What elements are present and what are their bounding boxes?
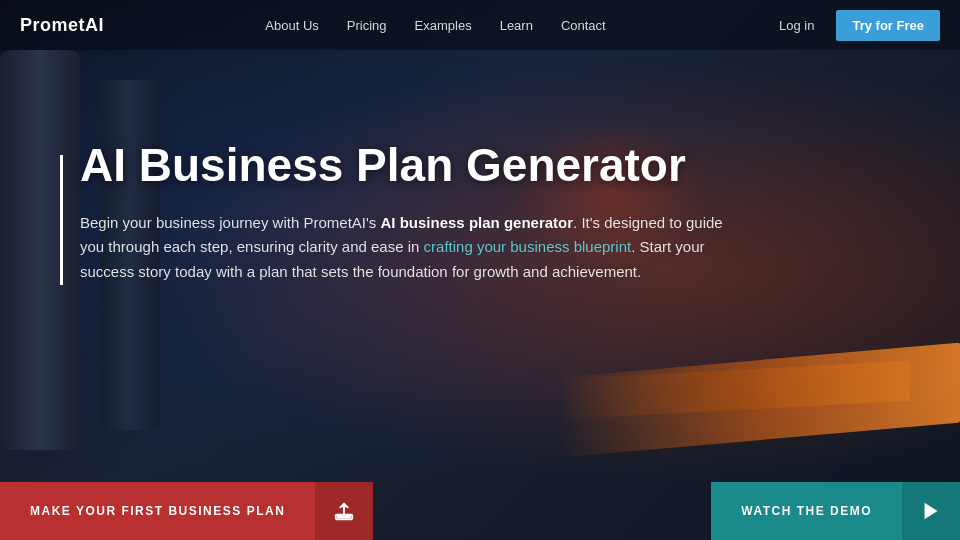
hero-title: AI Business Plan Generator [80,140,740,191]
upload-icon [333,500,355,522]
nav-link-examples[interactable]: Examples [415,18,472,33]
cta-right-container: WATCH THE DEMO [711,482,960,540]
bottom-cta-bar: MAKE YOUR FIRST BUSINESS PLAN WATCH THE … [0,482,960,540]
make-plan-icon[interactable] [315,482,373,540]
nav-actions: Log in Try for Free [767,10,940,41]
svg-marker-2 [925,503,938,520]
hero-content: AI Business Plan Generator Begin your bu… [80,140,740,285]
hero-desc-bold: AI business plan generator [381,214,574,231]
cta-spacer [373,482,711,540]
brand-logo: PrometAI [20,15,104,36]
hero-desc-part1: Begin your business journey with PrometA… [80,214,381,231]
make-plan-button[interactable]: MAKE YOUR FIRST BUSINESS PLAN [0,482,315,540]
bg-cylinder-left [0,50,80,450]
hero-desc-link[interactable]: crafting your business blueprint [424,238,632,255]
nav-links: About Us Pricing Examples Learn Contact [265,16,605,34]
navbar: PrometAI About Us Pricing Examples Learn… [0,0,960,50]
watch-demo-icon[interactable] [902,482,960,540]
nav-link-pricing[interactable]: Pricing [347,18,387,33]
accent-line [60,155,63,285]
nav-link-learn[interactable]: Learn [500,18,533,33]
nav-link-contact[interactable]: Contact [561,18,606,33]
cta-left-container: MAKE YOUR FIRST BUSINESS PLAN [0,482,373,540]
play-icon [920,500,942,522]
watch-demo-button[interactable]: WATCH THE DEMO [711,482,902,540]
nav-link-about[interactable]: About Us [265,18,318,33]
hero-description: Begin your business journey with PrometA… [80,211,740,285]
try-free-button[interactable]: Try for Free [836,10,940,41]
login-button[interactable]: Log in [767,12,826,39]
